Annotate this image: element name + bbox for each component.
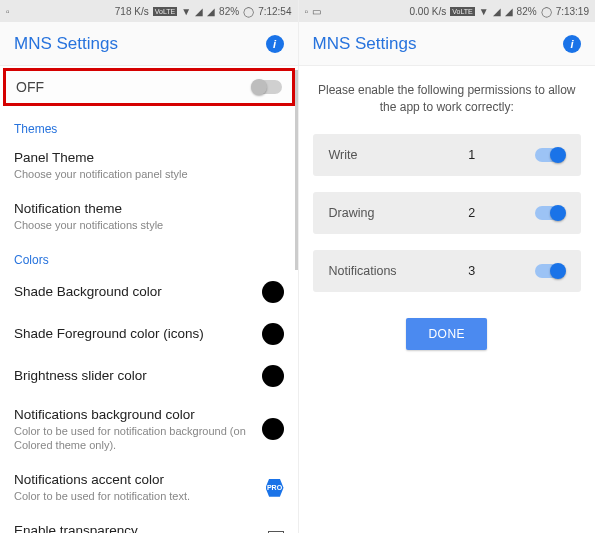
signal-icon: ◢ bbox=[195, 6, 203, 17]
notification-dot-icon: ▫ bbox=[6, 6, 10, 17]
screenshot-icon: ▭ bbox=[312, 6, 321, 17]
signal-icon: ◢ bbox=[493, 6, 501, 17]
item-title: Notifications background color bbox=[14, 407, 252, 422]
signal-icon: ◢ bbox=[207, 6, 215, 17]
wifi-icon: ▼ bbox=[181, 6, 191, 17]
item-notif-bg[interactable]: Notifications background color Color to … bbox=[0, 397, 298, 463]
done-button[interactable]: DONE bbox=[406, 318, 487, 350]
notification-dot-icon: ▫ bbox=[305, 6, 309, 17]
color-swatch[interactable] bbox=[262, 418, 284, 440]
item-title: Notification theme bbox=[14, 201, 284, 216]
status-bar: ▫ ▭ 0.00 K/s VoLTE ▼ ◢ ◢ 82% ◯ 7:13:19 bbox=[299, 0, 596, 22]
volte-icon: VoLTE bbox=[450, 7, 475, 16]
permission-name: Write bbox=[329, 148, 409, 162]
status-speed: 0.00 K/s bbox=[410, 6, 447, 17]
status-speed: 718 K/s bbox=[115, 6, 149, 17]
permission-number: 3 bbox=[419, 264, 526, 278]
page-title: MNS Settings bbox=[313, 34, 564, 54]
app-bar: MNS Settings i bbox=[299, 22, 596, 66]
item-sub: Choose your notifications style bbox=[14, 218, 284, 232]
item-title: Enable transparency bbox=[14, 523, 258, 533]
item-title: Shade Background color bbox=[14, 284, 252, 299]
page-title: MNS Settings bbox=[14, 34, 266, 54]
permission-notifications[interactable]: Notifications 3 bbox=[313, 250, 582, 292]
permission-number: 2 bbox=[419, 206, 526, 220]
master-toggle-row[interactable]: OFF bbox=[3, 68, 295, 106]
permission-number: 1 bbox=[419, 148, 526, 162]
app-bar: MNS Settings i bbox=[0, 22, 298, 66]
status-time: 7:13:19 bbox=[556, 6, 589, 17]
battery-icon: ◯ bbox=[541, 6, 552, 17]
permission-toggle[interactable] bbox=[535, 148, 565, 162]
permission-toggle[interactable] bbox=[535, 206, 565, 220]
section-colors: Colors bbox=[0, 243, 298, 271]
permission-write[interactable]: Write 1 bbox=[313, 134, 582, 176]
item-notification-theme[interactable]: Notification theme Choose your notificat… bbox=[0, 191, 298, 242]
permission-name: Drawing bbox=[329, 206, 409, 220]
color-swatch[interactable] bbox=[262, 323, 284, 345]
volte-icon: VoLTE bbox=[153, 7, 178, 16]
item-sub: Color to be used for notification backgr… bbox=[14, 424, 252, 453]
info-icon[interactable]: i bbox=[266, 35, 284, 53]
item-transparency[interactable]: Enable transparency Subtle transparency … bbox=[0, 513, 298, 533]
phone-left: ▫ 718 K/s VoLTE ▼ ◢ ◢ 82% ◯ 7:12:54 MNS … bbox=[0, 0, 298, 533]
permissions-message: Please enable the following permissions … bbox=[299, 66, 596, 126]
item-sub: Choose your notification panel style bbox=[14, 167, 284, 181]
item-notif-accent[interactable]: Notifications accent color Color to be u… bbox=[0, 462, 298, 513]
master-toggle-label: OFF bbox=[16, 79, 252, 95]
pro-badge-icon: PRO bbox=[266, 479, 284, 497]
wifi-icon: ▼ bbox=[479, 6, 489, 17]
status-time: 7:12:54 bbox=[258, 6, 291, 17]
info-icon[interactable]: i bbox=[563, 35, 581, 53]
item-shade-bg[interactable]: Shade Background color bbox=[0, 271, 298, 313]
item-title: Brightness slider color bbox=[14, 368, 252, 383]
permission-drawing[interactable]: Drawing 2 bbox=[313, 192, 582, 234]
status-battery: 82% bbox=[517, 6, 537, 17]
signal-icon: ◢ bbox=[505, 6, 513, 17]
battery-icon: ◯ bbox=[243, 6, 254, 17]
section-themes: Themes bbox=[0, 112, 298, 140]
permission-toggle[interactable] bbox=[535, 264, 565, 278]
color-swatch[interactable] bbox=[262, 281, 284, 303]
item-title: Panel Theme bbox=[14, 150, 284, 165]
item-panel-theme[interactable]: Panel Theme Choose your notification pan… bbox=[0, 140, 298, 191]
status-battery: 82% bbox=[219, 6, 239, 17]
item-sub: Color to be used for notification text. bbox=[14, 489, 256, 503]
color-swatch[interactable] bbox=[262, 365, 284, 387]
item-title: Shade Foreground color (icons) bbox=[14, 326, 252, 341]
item-brightness[interactable]: Brightness slider color bbox=[0, 355, 298, 397]
item-title: Notifications accent color bbox=[14, 472, 256, 487]
status-bar: ▫ 718 K/s VoLTE ▼ ◢ ◢ 82% ◯ 7:12:54 bbox=[0, 0, 298, 22]
phone-right: ▫ ▭ 0.00 K/s VoLTE ▼ ◢ ◢ 82% ◯ 7:13:19 M… bbox=[298, 0, 596, 533]
item-shade-fg[interactable]: Shade Foreground color (icons) bbox=[0, 313, 298, 355]
permission-name: Notifications bbox=[329, 264, 409, 278]
master-toggle-switch[interactable] bbox=[252, 80, 282, 94]
settings-scroll[interactable]: OFF Themes Panel Theme Choose your notif… bbox=[0, 66, 298, 533]
